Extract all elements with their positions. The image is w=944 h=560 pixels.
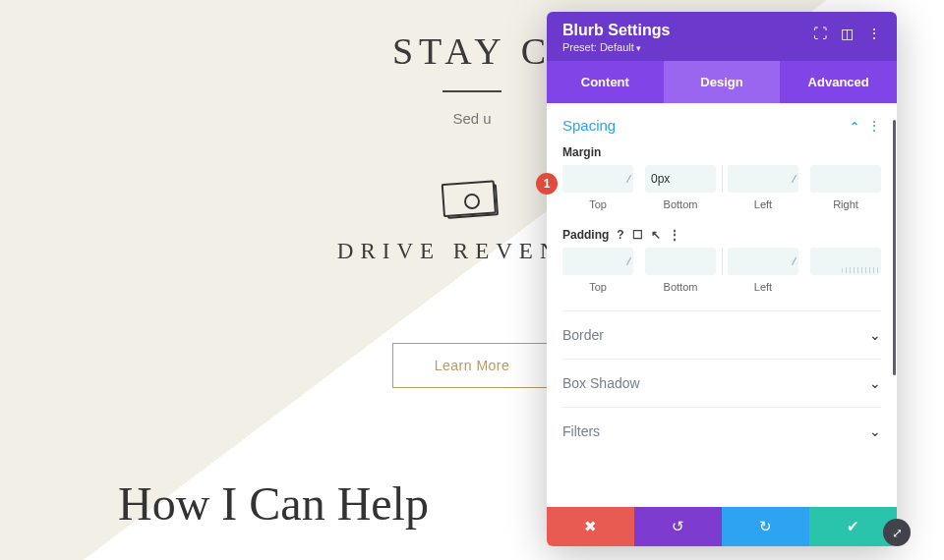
phone-icon[interactable]: ☐ bbox=[632, 228, 643, 242]
divider-line bbox=[442, 90, 502, 92]
padding-options-icon[interactable]: ⋮ bbox=[669, 228, 680, 242]
padding-bottom-input[interactable] bbox=[645, 248, 716, 275]
blurb-settings-panel: Blurb Settings Preset: Default ⛶ ◫ ⋮ Con… bbox=[547, 12, 897, 546]
tab-design[interactable]: Design bbox=[664, 61, 781, 103]
link-icon[interactable]: ⁄⁄ bbox=[794, 174, 795, 185]
margin-top-input[interactable]: ⁄⁄ bbox=[562, 165, 633, 193]
section-options-icon[interactable] bbox=[867, 117, 881, 134]
border-section[interactable]: Border bbox=[562, 310, 881, 359]
redo-button[interactable]: ↻ bbox=[722, 507, 809, 546]
margin-right-input[interactable] bbox=[810, 165, 881, 193]
filters-label: Filters bbox=[562, 423, 600, 439]
box-shadow-section[interactable]: Box Shadow bbox=[562, 359, 881, 407]
panel-header[interactable]: Blurb Settings Preset: Default ⛶ ◫ ⋮ bbox=[547, 12, 897, 61]
help-icon[interactable]: ? bbox=[617, 228, 623, 242]
margin-bottom-label: Bottom bbox=[645, 198, 716, 210]
padding-label: Padding bbox=[562, 228, 609, 242]
chevron-down-icon bbox=[869, 327, 881, 343]
margin-right-label: Right bbox=[810, 198, 881, 210]
tab-content[interactable]: Content bbox=[547, 61, 664, 103]
border-label: Border bbox=[562, 327, 604, 343]
more-icon[interactable]: ⋮ bbox=[867, 26, 881, 41]
chevron-up-icon[interactable] bbox=[850, 117, 859, 134]
preset-dropdown[interactable]: Preset: Default bbox=[562, 41, 670, 53]
padding-left-label: Left bbox=[728, 281, 798, 293]
tab-advanced[interactable]: Advanced bbox=[780, 61, 897, 103]
money-icon bbox=[445, 184, 499, 219]
padding-right-label bbox=[810, 281, 881, 293]
drag-handle-button[interactable]: ⤢ bbox=[883, 519, 911, 546]
padding-left-input[interactable]: ⁄⁄ bbox=[728, 248, 798, 275]
panel-title: Blurb Settings bbox=[562, 22, 670, 39]
link-icon[interactable]: ⁄⁄ bbox=[628, 174, 629, 185]
hover-icon[interactable]: ↖ bbox=[651, 228, 661, 242]
chevron-down-icon bbox=[869, 423, 881, 439]
chevron-down-icon bbox=[869, 375, 881, 391]
padding-top-input[interactable]: ⁄⁄ bbox=[562, 248, 633, 275]
learn-more-button[interactable]: Learn More bbox=[392, 343, 553, 388]
margin-left-input[interactable]: ⁄⁄ bbox=[728, 165, 798, 193]
panel-tabs: Content Design Advanced bbox=[547, 61, 897, 103]
box-shadow-label: Box Shadow bbox=[562, 375, 640, 391]
link-icon[interactable]: ⁄⁄ bbox=[628, 256, 629, 267]
cancel-button[interactable]: ✖ bbox=[547, 507, 634, 546]
filters-section[interactable]: Filters bbox=[562, 407, 881, 455]
padding-top-label: Top bbox=[562, 281, 633, 293]
padding-bottom-label: Bottom bbox=[645, 281, 716, 293]
annotation-marker-1: 1 bbox=[536, 173, 558, 195]
margin-top-label: Top bbox=[562, 198, 633, 210]
panel-scrollbar[interactable] bbox=[893, 120, 896, 375]
margin-label: Margin bbox=[562, 145, 881, 159]
expand-icon[interactable]: ⛶ bbox=[813, 26, 827, 41]
link-icon[interactable]: ⁄⁄ bbox=[794, 256, 795, 267]
snap-icon[interactable]: ◫ bbox=[841, 26, 854, 41]
margin-left-label: Left bbox=[728, 198, 798, 210]
padding-right-input[interactable] bbox=[810, 248, 881, 275]
spacing-section-title[interactable]: Spacing bbox=[562, 117, 616, 134]
undo-button[interactable]: ↺ bbox=[634, 507, 722, 546]
margin-bottom-input[interactable] bbox=[645, 165, 716, 193]
resize-handle-icon[interactable] bbox=[842, 267, 879, 273]
